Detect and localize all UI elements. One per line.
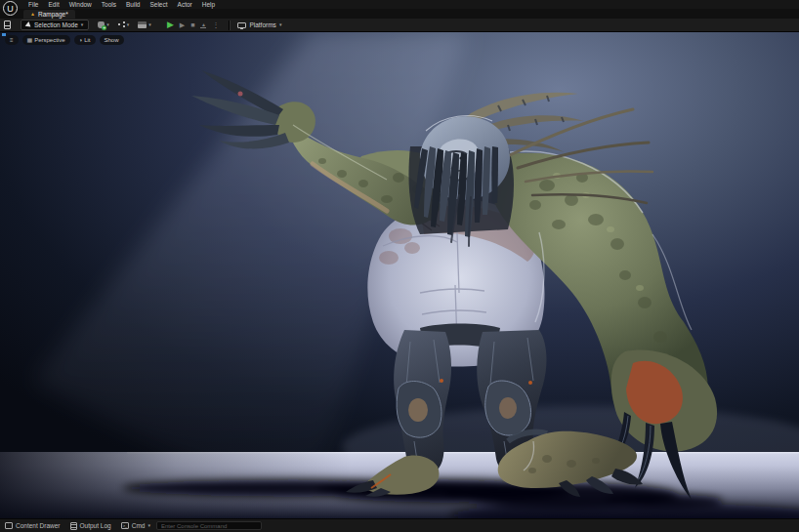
viewport-toolbar: ≡ ▦ Perspective ◑ Lit Show — [5, 35, 124, 45]
eject-button[interactable]: ▲ — [200, 22, 206, 28]
toolbar-separator — [229, 20, 230, 30]
perspective-button[interactable]: ▦ Perspective — [22, 35, 70, 45]
cmd-label: Cmd — [132, 522, 146, 529]
blueprints-button[interactable]: ▾ — [118, 21, 130, 28]
menu-item-help[interactable]: Help — [197, 0, 220, 9]
show-label: Show — [105, 35, 119, 45]
viewport-menu-button[interactable]: ≡ — [5, 35, 19, 45]
menu-item-tools[interactable]: Tools — [97, 0, 121, 9]
cursor-icon — [25, 21, 33, 29]
view-mode-button[interactable]: ◑ Lit — [74, 35, 96, 45]
menu-item-build[interactable]: Build — [121, 0, 145, 9]
cmd-dropdown[interactable]: >_ Cmd ▾ — [121, 522, 150, 529]
output-log-button[interactable]: Output Log — [70, 522, 111, 530]
add-actor-button[interactable]: ▾ — [98, 21, 109, 28]
content-drawer-button[interactable]: Content Drawer — [5, 522, 61, 529]
menu-item-select[interactable]: Select — [145, 0, 172, 9]
level-tab[interactable]: ▲ Rampage* — [23, 10, 75, 19]
menu-item-file[interactable]: File — [23, 0, 43, 9]
perspective-label: Perspective — [34, 35, 64, 45]
menu-item-window[interactable]: Window — [64, 0, 97, 9]
play-options-kebab[interactable]: ⋮ — [212, 21, 219, 28]
viewport-scene — [0, 32, 799, 518]
play-button[interactable]: ▶ — [167, 20, 174, 29]
viewport[interactable]: ≡ ▦ Perspective ◑ Lit Show — [0, 32, 799, 518]
platforms-label: Platforms — [249, 21, 275, 28]
chevron-down-icon: ▾ — [81, 22, 84, 27]
eject-icon: ▲ — [201, 22, 206, 26]
add-actor-icon — [98, 21, 105, 28]
show-flags-button[interactable]: Show — [100, 35, 124, 45]
lit-sphere-icon: ◑ — [79, 35, 83, 45]
content-drawer-icon — [5, 522, 13, 529]
chevron-down-icon: ▾ — [127, 22, 130, 27]
hamburger-icon: ≡ — [10, 35, 14, 45]
menu-item-edit[interactable]: Edit — [43, 0, 63, 9]
status-bar: Content Drawer Output Log >_ Cmd ▾ — [0, 518, 799, 532]
chevron-down-icon: ▾ — [148, 22, 151, 27]
main-toolbar: Selection Mode ▾ ▾ ▾ ▾ ▶ ▶ ■ ▲ ⋮ — [0, 19, 799, 32]
eject-bar — [200, 27, 206, 28]
lit-label: Lit — [84, 35, 90, 45]
output-log-label: Output Log — [80, 522, 111, 529]
chevron-down-icon: ▾ — [279, 22, 282, 27]
content-drawer-label: Content Drawer — [16, 522, 61, 529]
clapperboard-icon — [138, 21, 147, 28]
perspective-icon: ▦ — [27, 35, 33, 45]
platforms-dropdown[interactable]: Platforms ▾ — [237, 21, 281, 28]
selection-mode-label: Selection Mode — [34, 21, 78, 28]
blueprint-icon — [118, 21, 125, 28]
level-tab-label: Rampage* — [38, 10, 68, 19]
cinematics-button[interactable]: ▾ — [138, 21, 151, 28]
level-tab-icon: ▲ — [30, 10, 35, 19]
selection-mode-dropdown[interactable]: Selection Mode ▾ — [21, 20, 89, 30]
menu-bar: File Edit Window Tools Build Select Acto… — [0, 0, 799, 9]
tab-row: ▲ Rampage* — [0, 9, 799, 19]
unreal-editor-window: U File Edit Window Tools Build Select Ac… — [0, 0, 799, 532]
save-icon[interactable] — [4, 20, 11, 29]
menu-item-actor[interactable]: Actor — [173, 0, 197, 9]
monitor-icon — [237, 22, 246, 28]
play-controls: ▶ ▶ ■ ▲ ⋮ — [167, 20, 220, 29]
output-log-icon — [70, 522, 77, 530]
console-command-input[interactable] — [156, 521, 262, 530]
unreal-logo-icon[interactable]: U — [3, 1, 18, 16]
chevron-down-icon: ▾ — [106, 22, 109, 27]
chevron-down-icon: ▾ — [147, 523, 150, 528]
skip-frame-button[interactable]: ▶ — [180, 21, 185, 28]
console-icon: >_ — [121, 522, 129, 529]
stop-button[interactable]: ■ — [190, 21, 194, 28]
